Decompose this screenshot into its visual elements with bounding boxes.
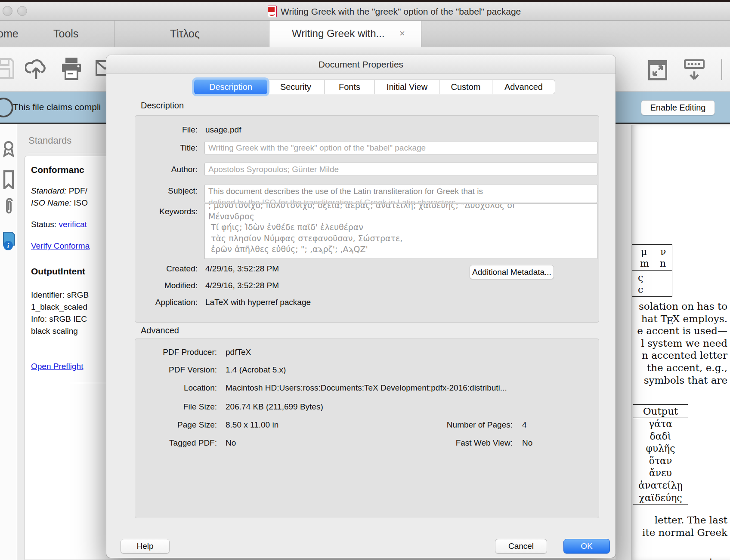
tagged-pdf-label: Tagged PDF: [135,438,217,448]
file-size-label: File Size: [135,402,217,412]
keywords-line: ἐρῶν ἀπῆλθες εὐθύς; "; ‚αϡρζ'; ‚ΑϡQZ' [208,244,594,255]
standards-panel-icon[interactable]: i [2,231,16,252]
open-preflight-link[interactable]: Open Preflight [31,362,83,371]
description-group: File: usage.pdf Title: Writing Greek wit… [135,115,599,323]
status-value: verificat [59,220,87,229]
output-table-header: Output [633,405,688,418]
window-title: Writing Greek with the "greek" option of… [281,6,521,17]
tab-initial-view[interactable]: Initial View [375,80,439,94]
pdf-text-line: solation on has to [632,300,727,313]
modified-value: 4/29/16, 3:52:28 PM [205,281,279,290]
dialog-title: Document Properties [106,55,616,74]
subject-label: Subject: [135,186,198,196]
number-of-pages-label: Number of Pages: [427,420,513,430]
stamp-panel-icon[interactable] [3,141,15,157]
location-value: Macintosh HD:Users:ross:Documents:TeX De… [226,383,507,393]
output-table-row: ἀνατείλῃ [633,480,688,492]
pdf-version-label: PDF Version: [135,365,217,375]
location-label: Location: [135,383,217,393]
pdf-mini-table: μ ν m n ς c [632,244,672,297]
table-cell: m [640,258,649,269]
table-cell: ς [638,272,643,283]
fast-web-view-value: No [522,438,532,448]
pdf-text-line: l system we need [632,337,727,350]
close-tab-icon[interactable]: × [399,28,405,39]
toolbar-collapse-icon[interactable] [684,59,705,81]
notification-message: This file claims compli [13,102,101,112]
pdf-bottom-text: letter. The last ite normal Greek [632,514,727,538]
status-row: Status: verificat [31,220,87,229]
tab-description[interactable]: Description [194,80,267,94]
document-viewer: μ ν m n ς c solation on has to hat TEX e… [616,124,730,560]
page-size-label: Page Size: [135,420,217,430]
keywords-line: Τί φήις; Ἰδὼν ἐνθέδε παῖδ' ἐλευθέραν [208,222,594,233]
identifier-line: Info: sRGB IEC [31,314,87,324]
output-table-row: χαϊδεύης [633,492,688,505]
tab-titlos[interactable]: Τὶτλος [170,28,200,40]
tab-custom[interactable]: Custom [439,80,492,94]
application-value: LaTeX with hyperref package [205,298,311,307]
share-upload-icon[interactable] [25,57,47,82]
print-icon[interactable] [60,57,83,81]
keywords-line: ; μονοτονιχο; πολυτονιχο; οξεια; αερας; … [208,203,594,211]
additional-metadata-button[interactable]: Additional Metadata... [470,265,554,279]
author-label: Author: [135,165,198,174]
output-table-row: φυλῆς [633,443,688,455]
table-cell: c [638,284,643,295]
save-icon[interactable] [0,58,15,79]
subject-input[interactable]: This document describes the use of the L… [204,184,597,203]
iso-name-label: ISO Name: [31,198,71,207]
enable-editing-button[interactable]: Enable Editing [641,100,715,115]
tagged-pdf-value: No [226,438,236,448]
tab-fonts[interactable]: Fonts [325,80,375,94]
screen: Writing Greek with the "greek" option of… [0,0,730,560]
attachments-panel-icon[interactable] [3,198,15,215]
fast-web-view-label: Fast Web View: [427,438,513,448]
file-value: usage.pdf [205,125,241,135]
keywords-line: Μένανδρος [208,211,594,222]
verify-conformance-link[interactable]: Verify Conforma [31,241,90,251]
keywords-line: τὰς πλησίον Νύμφας στεφανοῦσαν, Σώστρατε… [208,233,594,244]
tab-advanced[interactable]: Advanced [492,80,555,94]
table-cell: ν [660,246,666,257]
tab-active-document[interactable]: Writing Greek with... × [269,21,421,47]
window-minimize-button[interactable] [17,6,27,16]
author-input[interactable]: Apostolos Syropoulos; Günter Milde [204,163,597,176]
notification-badge-icon [0,97,14,118]
description-section-heading: Description [141,101,184,111]
help-button[interactable]: Help [121,539,170,554]
tab-home[interactable]: ome [0,28,19,40]
tab-tools[interactable]: Tools [53,28,78,40]
page-size-value: 8.50 x 11.00 in [226,420,278,430]
fit-window-icon[interactable] [648,60,667,81]
pdf-text-line: symbols that are [632,374,727,387]
identifier-line: Identifier: sRGB [31,290,89,300]
window-close-button[interactable] [3,6,12,16]
application-label: Application: [135,298,198,307]
toolbar-divider [721,59,722,80]
pdf-text-line-tex: hat TEX employs. [632,313,727,325]
document-properties-dialog: Document Properties Description Security… [106,55,616,558]
output-table-row: δαδὶ [633,431,688,443]
bookmarks-panel-icon[interactable] [3,170,14,189]
ok-button[interactable]: OK [563,539,610,554]
output-intent-heading: OutputIntent [31,266,85,277]
document-tab-bar: ome Tools Τὶτλος Writing Greek with... × [0,21,730,47]
keywords-input[interactable]: ; μονοτονιχο; πολυτονιχο; οξεια; αερας; … [204,203,597,259]
title-input[interactable]: Writing Greek with the "greek" option of… [204,141,597,154]
pdf-paragraph: solation on has to hat TEX employs. e ac… [632,300,727,386]
created-value: 4/29/16, 3:52:28 PM [205,264,279,274]
window-titlebar: Writing Greek with the "greek" option of… [0,2,730,21]
pdf-rule [679,555,730,555]
tab-security[interactable]: Security [267,80,325,94]
cancel-button[interactable]: Cancel [495,539,547,554]
file-size-value: 206.74 KB (211,699 Bytes) [226,402,323,412]
title-label: Title: [135,143,198,153]
identifier-line: 1_black_scaled [31,302,87,312]
output-table-row: ἄνευ [633,467,688,480]
svg-text:i: i [7,242,9,249]
conformance-heading: Conformanc [31,165,84,175]
pdf-text-line: e accent is used— [632,325,727,337]
pdf-producer-label: PDF Producer: [135,348,217,357]
pdf-version-value: 1.4 (Acrobat 5.x) [226,365,286,375]
